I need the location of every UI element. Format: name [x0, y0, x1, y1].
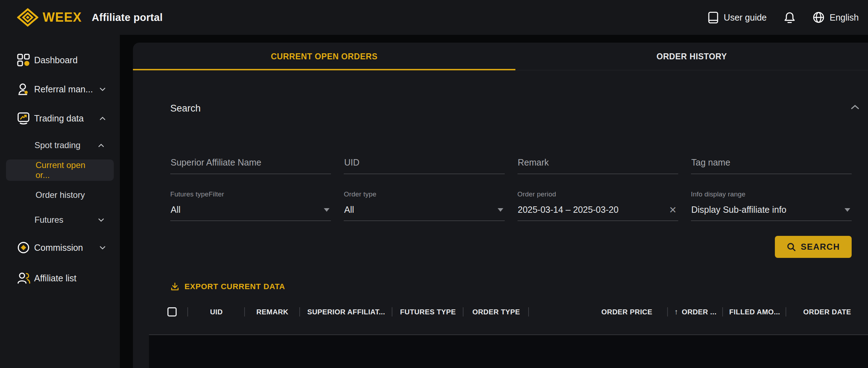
chevron-up-icon: [851, 104, 859, 110]
notifications-button[interactable]: [784, 11, 795, 24]
table-header-uid: UID: [188, 303, 245, 321]
bell-icon: [784, 11, 795, 24]
sidebar-item-label: Futures: [34, 215, 63, 225]
export-current-data-button[interactable]: EXPORT CURRENT DATA: [170, 282, 285, 291]
user-guide-label: User guide: [724, 12, 767, 23]
field-uid: [344, 157, 504, 174]
person-icon: [17, 83, 31, 96]
sidebar-item-order-history[interactable]: Order history: [0, 183, 120, 207]
uid-input[interactable]: [344, 157, 504, 174]
sidebar-item-label: Trading data: [34, 113, 84, 124]
sidebar-item-current-open-orders[interactable]: Current open or...: [6, 159, 114, 181]
download-icon: [170, 282, 180, 291]
table-body-empty: [149, 335, 868, 368]
field-order-period: Order period 2025-03-14 – 2025-03-20 ✕: [518, 190, 678, 221]
field-futures-type-filter: Futures typeFilter All: [170, 190, 331, 221]
people-icon: [17, 272, 31, 285]
tab-label: CURRENT OPEN ORDERS: [271, 52, 377, 61]
order-type-select[interactable]: All: [344, 199, 504, 221]
sidebar-item-dashboard[interactable]: Dashboard: [0, 45, 120, 75]
caret-down-icon: [845, 208, 850, 212]
table-header-select: [149, 303, 188, 321]
dashboard-grid-icon: [17, 54, 31, 66]
clear-date-icon[interactable]: ✕: [669, 205, 677, 215]
field-label: Futures typeFilter: [170, 190, 331, 198]
field-superior-affiliate-name: [170, 157, 331, 174]
selected-value: All: [171, 205, 181, 215]
navbar-actions: User guide English: [708, 11, 859, 24]
sidebar-item-label: Spot trading: [34, 140, 80, 150]
sidebar-item-trading-data[interactable]: Trading data: [0, 104, 120, 133]
search-button[interactable]: SEARCH: [775, 236, 852, 258]
globe-icon: [813, 11, 825, 23]
table-header-filled-amount: FILLED AMO...: [723, 303, 787, 321]
order-period-daterange[interactable]: 2025-03-14 – 2025-03-20 ✕: [518, 199, 678, 221]
sidebar-item-futures[interactable]: Futures: [0, 207, 120, 232]
sort-ascending-icon: ↑: [674, 308, 678, 316]
table-header-order-date: ORDER DATE: [786, 303, 868, 321]
brand-name: WEEX: [43, 10, 82, 25]
collapse-search-button[interactable]: [849, 103, 861, 113]
tab-order-history[interactable]: ORDER HISTORY: [515, 43, 868, 70]
futures-type-select[interactable]: All: [170, 199, 331, 221]
chevron-up-icon: [100, 117, 106, 120]
sidebar-item-label: Referral man...: [34, 84, 93, 94]
sidebar-item-spot-trading[interactable]: Spot trading: [0, 133, 120, 158]
field-label: Info display range: [691, 190, 852, 198]
table-header-remark: REMARK: [245, 303, 300, 321]
export-label: EXPORT CURRENT DATA: [184, 282, 285, 291]
search-button-label: SEARCH: [801, 242, 840, 252]
language-selector[interactable]: English: [813, 11, 859, 23]
page-title: Affiliate portal: [92, 12, 163, 23]
book-icon: [708, 11, 719, 24]
table-header-superior-affiliate: SUPERIOR AFFILIAT...: [300, 303, 392, 321]
column-label: ORDER ...: [682, 308, 717, 316]
sidebar-item-affiliate-list[interactable]: Affiliate list: [0, 263, 120, 293]
search-icon: [787, 242, 796, 252]
top-navbar: WEEX Affiliate portal User guide English: [0, 0, 868, 35]
caret-down-icon: [498, 208, 503, 212]
sidebar-item-label: Current open or...: [36, 160, 98, 180]
select-all-checkbox[interactable]: [167, 307, 177, 316]
tag-name-input[interactable]: [691, 157, 852, 174]
remark-input[interactable]: [518, 157, 678, 174]
sidebar-item-commission[interactable]: Commission: [0, 232, 120, 263]
field-info-display-range: Info display range Display Sub-affiliate…: [691, 190, 852, 221]
field-remark: [518, 157, 678, 174]
search-section-title: Search: [170, 103, 201, 114]
user-guide-link[interactable]: User guide: [708, 11, 767, 24]
language-label: English: [830, 12, 859, 23]
info-display-range-select[interactable]: Display Sub-affiliate info: [691, 199, 852, 221]
field-tag-name: [691, 157, 852, 174]
tab-label: ORDER HISTORY: [657, 52, 727, 61]
superior-affiliate-name-input[interactable]: [170, 157, 331, 174]
chevron-down-icon: [98, 218, 104, 222]
table-header-order-amount[interactable]: ↑ ORDER ...: [668, 303, 723, 321]
field-order-type: Order type All: [344, 190, 504, 221]
selected-value: Display Sub-affiliate info: [691, 205, 787, 215]
selected-value: All: [344, 205, 354, 215]
table-header-row: UID REMARK SUPERIOR AFFILIAT... FUTURES …: [149, 303, 868, 321]
sidebar-item-label: Order history: [36, 190, 85, 200]
field-label: Order type: [344, 190, 504, 198]
table-header-order-type: ORDER TYPE: [464, 303, 529, 321]
chevron-down-icon: [100, 246, 106, 250]
field-label: Order period: [518, 190, 678, 198]
main-content-panel: CURRENT OPEN ORDERS ORDER HISTORY Search: [133, 43, 868, 368]
sidebar: Dashboard Referral man... Trading data: [0, 35, 120, 368]
search-filter-section: Search Futures typeFilter: [133, 70, 868, 258]
sidebar-item-label: Commission: [34, 243, 83, 253]
tab-current-open-orders[interactable]: CURRENT OPEN ORDERS: [133, 43, 515, 70]
chevron-up-icon: [98, 144, 104, 147]
orders-table: UID REMARK SUPERIOR AFFILIAT... FUTURES …: [149, 303, 868, 368]
monitor-chart-icon: [17, 112, 31, 125]
caret-down-icon: [324, 208, 329, 212]
table-header-order-price: ORDER PRICE: [529, 303, 668, 321]
sidebar-item-label: Affiliate list: [34, 273, 76, 283]
sidebar-item-label: Dashboard: [34, 55, 77, 65]
weex-logo-icon: [17, 8, 38, 27]
chevron-down-icon: [100, 87, 106, 91]
order-tabs: CURRENT OPEN ORDERS ORDER HISTORY: [133, 43, 868, 70]
sidebar-item-referral-management[interactable]: Referral man...: [0, 75, 120, 104]
coin-diamond-icon: [17, 241, 31, 254]
